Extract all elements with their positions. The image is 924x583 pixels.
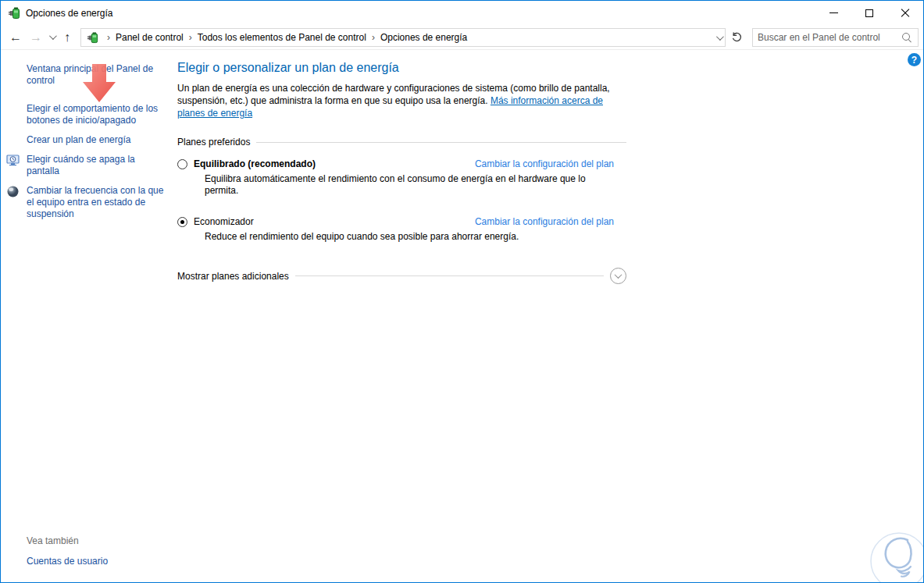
preferred-plans-group-header: Planes preferidos	[177, 137, 626, 148]
chevron-down-icon	[615, 271, 623, 279]
plan-name[interactable]: Economizador	[194, 216, 254, 227]
back-icon: ←	[9, 30, 22, 44]
refresh-button[interactable]	[727, 28, 746, 47]
sidebar-item-change-sleep-timing[interactable]: Cambiar la frecuencia con la que el equi…	[1, 185, 166, 220]
annotation-arrow-down-icon	[82, 64, 116, 103]
refresh-icon	[731, 31, 743, 43]
sidebar-item-create-power-plan[interactable]: Crear un plan de energía	[1, 134, 166, 146]
address-dropdown-button[interactable]	[716, 32, 722, 43]
forward-button[interactable]: →	[26, 27, 46, 48]
plan-name[interactable]: Equilibrado (recomendado)	[194, 158, 316, 169]
address-bar[interactable]: › Panel de control › Todos los elementos…	[80, 28, 726, 47]
breadcrumb-separator-icon: ›	[366, 32, 380, 43]
maximize-icon	[865, 9, 873, 17]
close-button[interactable]	[887, 1, 923, 25]
divider	[295, 276, 604, 276]
show-additional-plans-label: Mostrar planes adicionales	[177, 271, 289, 282]
chevron-down-icon	[716, 33, 724, 41]
change-plan-settings-link-power-saver[interactable]: Cambiar la configuración del plan	[475, 216, 614, 227]
question-mark-icon: ?	[912, 55, 917, 66]
plan-description: Reduce el rendimiento del equipo cuando …	[205, 231, 599, 243]
sleep-icon	[6, 185, 21, 198]
page-title: Elegir o personalizar un plan de energía	[177, 61, 626, 75]
up-button[interactable]: ↑	[57, 27, 77, 48]
change-plan-settings-link-balanced[interactable]: Cambiar la configuración del plan	[475, 158, 614, 169]
see-also-section: Vea también Cuentas de usuario	[27, 535, 108, 567]
window-title: Opciones de energía	[26, 8, 112, 19]
sidebar-item-user-accounts[interactable]: Cuentas de usuario	[27, 556, 108, 567]
minimize-button[interactable]	[815, 1, 851, 25]
breadcrumb-all-items[interactable]: Todos los elementos de Panel de control	[198, 32, 366, 43]
power-options-icon	[86, 31, 100, 44]
up-icon: ↑	[64, 30, 70, 44]
chevron-down-icon	[48, 32, 56, 40]
radio-balanced[interactable]	[177, 159, 187, 169]
show-additional-plans-row: Mostrar planes adicionales	[177, 268, 626, 284]
preferred-plans-label: Planes preferidos	[177, 137, 250, 148]
title-bar: Opciones de energía	[1, 1, 923, 25]
maximize-button[interactable]	[851, 1, 887, 25]
search-input[interactable]	[753, 29, 901, 46]
content-area: ? Ventana principal del Panel de control…	[1, 50, 923, 582]
breadcrumb-separator-icon: ›	[102, 32, 116, 43]
divider	[256, 142, 626, 143]
lightbulb-watermark-icon	[869, 531, 924, 583]
intro-paragraph: Un plan de energía es una colección de h…	[177, 82, 626, 119]
radio-power-saver[interactable]	[177, 217, 187, 227]
breadcrumb-separator-icon: ›	[184, 32, 198, 43]
search-icon[interactable]	[901, 31, 913, 44]
expand-additional-plans-button[interactable]	[610, 268, 626, 284]
help-button[interactable]: ?	[908, 53, 921, 66]
task-pane: Ventana principal del Panel de control E…	[1, 50, 166, 582]
sidebar-item-label: Cambiar la frecuencia con la que el equi…	[27, 185, 163, 219]
plan-row-balanced: Equilibrado (recomendado) Cambiar la con…	[177, 158, 626, 169]
forward-icon: →	[30, 30, 42, 44]
see-also-header: Vea también	[27, 535, 108, 546]
power-options-window: Opciones de energía ← → ↑ › Panel de con…	[0, 0, 924, 583]
search-box	[752, 28, 919, 47]
window-controls	[815, 1, 923, 25]
close-icon	[901, 9, 910, 18]
recent-pages-button[interactable]	[46, 27, 57, 48]
plan-row-power-saver: Economizador Cambiar la configuración de…	[177, 216, 626, 227]
back-button[interactable]: ←	[5, 27, 26, 48]
display-clock-icon	[6, 154, 21, 167]
breadcrumb-power-options[interactable]: Opciones de energía	[380, 32, 467, 43]
sidebar-item-power-button-behavior[interactable]: Elegir el comportamiento de los botones …	[1, 103, 166, 126]
main-panel: Elegir o personalizar un plan de energía…	[177, 61, 626, 284]
navigation-toolbar: ← → ↑ › Panel de control › Todos los ele…	[1, 25, 923, 50]
breadcrumb-control-panel[interactable]: Panel de control	[116, 32, 184, 43]
sidebar-item-choose-display-off[interactable]: Elegir cuándo se apaga la pantalla	[1, 154, 166, 177]
plan-description: Equilibra automáticamente el rendimiento…	[205, 173, 599, 197]
sidebar-item-label: Elegir cuándo se apaga la pantalla	[27, 154, 135, 176]
power-options-icon	[8, 6, 21, 20]
minimize-icon	[829, 12, 838, 13]
